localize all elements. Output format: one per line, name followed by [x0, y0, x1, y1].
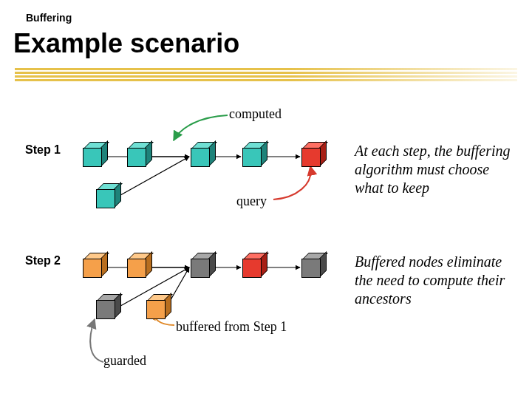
node-s1n3 — [191, 142, 211, 163]
title-underline — [15, 68, 517, 84]
node-s2n1 — [83, 253, 103, 273]
label-step2: Step 2 — [25, 254, 61, 267]
node-s2n5 — [301, 253, 322, 273]
annotation-query: query — [236, 194, 267, 209]
label-step1: Step 1 — [25, 143, 61, 157]
node-s2n2 — [127, 253, 148, 273]
note-step1: At each step, the buffering algorithm mu… — [355, 142, 517, 197]
slide: Buffering Example scenario computed quer… — [0, 0, 532, 399]
svg-line-2 — [115, 157, 189, 198]
node-s2n7 — [146, 294, 167, 315]
note-step2: Buffered nodes eliminate the need to com… — [355, 253, 517, 308]
node-s2n6 — [96, 294, 117, 315]
node-s1n6 — [96, 183, 117, 204]
annotation-guarded: guarded — [103, 353, 146, 369]
annotation-computed: computed — [229, 106, 282, 122]
node-s1n1 — [83, 142, 103, 163]
node-s1n2 — [127, 142, 148, 163]
node-s1n5 — [301, 142, 322, 163]
node-s1n4 — [242, 142, 263, 163]
node-s2n4 — [242, 253, 263, 273]
page-title: Example scenario — [13, 28, 239, 59]
node-s2n3 — [191, 253, 211, 273]
annotation-buffered: buffered from Step 1 — [176, 319, 287, 335]
kicker: Buffering — [26, 12, 72, 24]
